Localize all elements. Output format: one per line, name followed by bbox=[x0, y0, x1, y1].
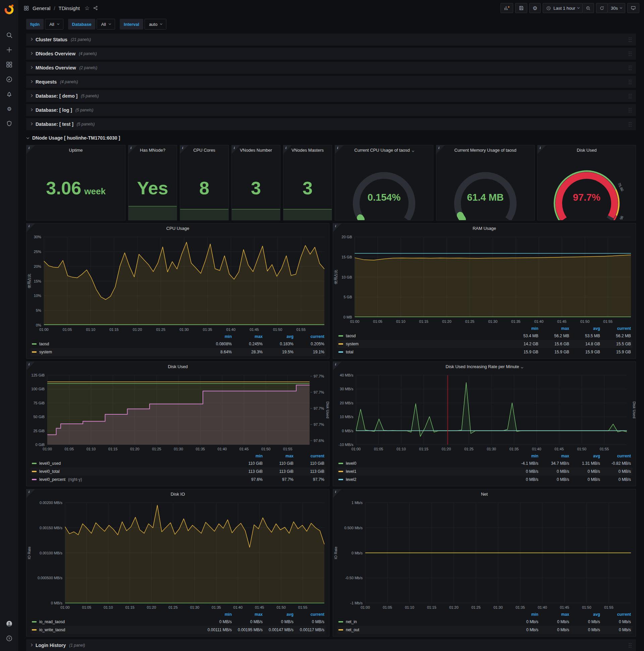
panel-ram-usage: iRAM Usage01:0001:0501:1001:1501:2001:25… bbox=[333, 223, 636, 359]
svg-text:10 GB: 10 GB bbox=[342, 275, 352, 279]
legend-series-name[interactable]: total bbox=[339, 350, 508, 354]
grafana-logo-icon[interactable] bbox=[3, 3, 15, 15]
legend-value: 0.00147 MB/s bbox=[263, 627, 293, 632]
sidebar-alerting-button[interactable] bbox=[0, 87, 18, 102]
panel-title[interactable]: RAM Usage bbox=[333, 223, 636, 234]
variable-label: Database bbox=[68, 19, 96, 30]
legend-value: 0 Mb/s bbox=[508, 627, 538, 632]
row-drag-handle[interactable] bbox=[628, 51, 632, 57]
save-dashboard-button[interactable] bbox=[515, 3, 527, 13]
legend-series-name[interactable]: level0_percent (right-y) bbox=[32, 477, 232, 482]
row-database-test[interactable]: Database: [ test ](5 panels) bbox=[26, 118, 636, 130]
chart-canvas: 01:0001:0501:1001:1501:2001:2501:3001:35… bbox=[333, 372, 636, 453]
share-icon[interactable] bbox=[93, 5, 98, 11]
sidebar-help-button[interactable]: ? bbox=[0, 631, 18, 646]
variable-label: Interval bbox=[120, 19, 143, 30]
variable-value-dropdown[interactable]: All bbox=[97, 19, 115, 30]
top-navbar: General / TDinsight ☆ ⚙ bbox=[18, 0, 644, 16]
chart-canvas: 01:0001:0501:1001:1501:2001:2501:3001:35… bbox=[333, 499, 636, 611]
variable-value-dropdown[interactable]: All bbox=[45, 19, 63, 30]
legend-value: 53.4 MB bbox=[508, 334, 538, 338]
row-title: Database: [ test ] bbox=[36, 122, 73, 127]
sidebar-configuration-button[interactable]: ⚙ bbox=[0, 102, 18, 117]
legend-series-name[interactable]: system bbox=[32, 350, 201, 354]
row-mnodes-overview[interactable]: MNodes Overview(2 panels) bbox=[26, 62, 636, 74]
panel-title[interactable]: Disk IO bbox=[27, 489, 329, 499]
row-dnode-usage[interactable]: DNode Usage [ huolinhe-TM1701:6030 ] bbox=[26, 132, 636, 144]
refresh-button[interactable] bbox=[596, 3, 608, 13]
legend-value: 0.245% bbox=[232, 342, 263, 346]
panel-title[interactable]: Current Memory Usage of taosd bbox=[437, 145, 534, 155]
sidebar-admin-button[interactable] bbox=[0, 117, 18, 131]
legend-column-header: min bbox=[508, 612, 538, 617]
row-drag-handle[interactable] bbox=[628, 107, 632, 113]
page-title[interactable]: TDinsight bbox=[59, 5, 80, 11]
stat-sparkline bbox=[283, 209, 332, 220]
panel-title[interactable]: CPU Usage bbox=[27, 223, 329, 234]
legend-value: 15.6 GB bbox=[538, 342, 569, 346]
row-drag-handle[interactable] bbox=[628, 643, 632, 648]
sidebar-search-button[interactable] bbox=[0, 28, 18, 43]
legend-series-name[interactable]: level2 bbox=[339, 477, 508, 482]
panel-title[interactable]: Disk Used bbox=[27, 362, 329, 372]
legend-value: 1.31 MB/s bbox=[569, 461, 600, 466]
cycle-view-mode-button[interactable] bbox=[627, 3, 639, 13]
panel-title[interactable]: Disk Used bbox=[538, 145, 636, 155]
breadcrumb-section[interactable]: General bbox=[33, 5, 50, 11]
panel-title[interactable]: Net bbox=[333, 489, 636, 499]
legend-value: 0.00195 MB/s bbox=[232, 627, 263, 632]
sidebar-explore-button[interactable] bbox=[0, 72, 18, 87]
row-drag-handle[interactable] bbox=[628, 65, 632, 71]
row-drag-handle[interactable] bbox=[628, 37, 632, 42]
row-cluster-status[interactable]: Cluster Status(21 panels) bbox=[26, 34, 636, 45]
row-login-history[interactable]: Login History (1 panel) bbox=[26, 639, 636, 651]
row-database-demo[interactable]: Database: [ demo ](5 panels) bbox=[26, 90, 636, 102]
legend-series-name[interactable]: level0_used bbox=[32, 461, 232, 466]
panel-title[interactable]: Uptime bbox=[27, 145, 125, 155]
svg-text:61.4 MB: 61.4 MB bbox=[467, 192, 504, 203]
panel-title[interactable]: CPU Cores bbox=[180, 145, 228, 155]
star-icon[interactable]: ☆ bbox=[85, 5, 90, 12]
legend-series-name[interactable]: net_in bbox=[339, 619, 508, 624]
row-drag-handle[interactable] bbox=[628, 122, 632, 127]
legend-series-name[interactable]: io_read_taosd bbox=[32, 619, 201, 624]
panel-title[interactable]: Disk Used Increasing Rate per Minute bbox=[333, 362, 636, 372]
row-drag-handle[interactable] bbox=[628, 79, 632, 85]
legend-series-name[interactable]: taosd bbox=[339, 334, 508, 338]
panel-title[interactable]: Current CPU Usage of taosd bbox=[335, 145, 433, 155]
legend-series-name[interactable]: system bbox=[339, 342, 508, 346]
legend-series-name[interactable]: io_write_taosd bbox=[32, 627, 201, 632]
dashboard-grid-icon[interactable] bbox=[24, 5, 29, 11]
sidebar-dashboards-button[interactable] bbox=[0, 58, 18, 72]
row-panel-count: (1 panel) bbox=[69, 643, 85, 648]
add-panel-button[interactable] bbox=[501, 3, 513, 13]
legend-value: 0 Mb/s bbox=[600, 627, 631, 632]
legend-column-header: current bbox=[293, 454, 324, 458]
dashboard-settings-button[interactable]: ⚙ bbox=[529, 3, 541, 13]
row-requests[interactable]: Requests(4 panels) bbox=[26, 76, 636, 88]
legend-series-swatch bbox=[32, 629, 37, 630]
svg-text:01:40: 01:40 bbox=[226, 328, 236, 332]
row-dnodes-overview[interactable]: DNodes Overview(4 panels) bbox=[26, 48, 636, 60]
row-database-log[interactable]: Database: [ log ](5 panels) bbox=[26, 104, 636, 116]
legend-series-name[interactable]: level0_total bbox=[32, 469, 232, 474]
sidebar-avatar-button[interactable] bbox=[0, 617, 18, 631]
chevron-down-icon bbox=[57, 23, 59, 25]
variable-value-dropdown[interactable]: auto bbox=[144, 19, 166, 30]
row-drag-handle[interactable] bbox=[628, 93, 632, 99]
legend-series-name[interactable]: taosd bbox=[32, 342, 201, 346]
sidebar-plus-button[interactable] bbox=[0, 43, 18, 58]
svg-text:01:30: 01:30 bbox=[180, 328, 189, 332]
panel-title[interactable]: Has MNode? bbox=[128, 145, 177, 155]
chart-plot-area: 01:0001:0501:1001:1501:2001:2501:3001:35… bbox=[27, 499, 329, 611]
legend-series-name[interactable]: level1 bbox=[339, 469, 508, 474]
panel-title[interactable]: VNodes Masters bbox=[283, 145, 332, 155]
refresh-interval-picker[interactable]: 30s bbox=[608, 3, 625, 13]
time-range-picker[interactable]: Last 1 hour bbox=[543, 3, 583, 13]
legend-series-name[interactable]: net_out bbox=[339, 627, 508, 632]
zoom-out-button[interactable] bbox=[583, 3, 594, 13]
legend-series-name[interactable]: level0 bbox=[339, 461, 508, 466]
stat-gauge-row: iUptime3.06weekiHas MNode?YesiCPU Cores8… bbox=[26, 145, 636, 220]
panel-title[interactable]: VNodes Number bbox=[232, 145, 280, 155]
svg-text:01:10: 01:10 bbox=[405, 606, 414, 610]
